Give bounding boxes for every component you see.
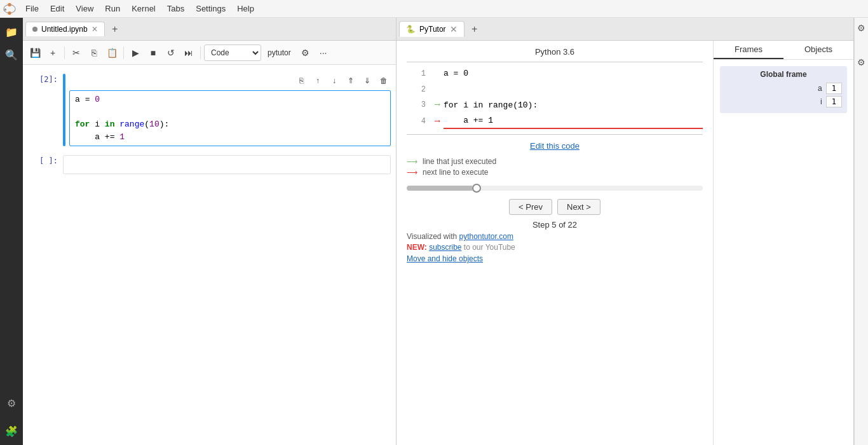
subscribe-link[interactable]: subscribe: [429, 243, 461, 252]
cell-2: [ ]:: [23, 153, 396, 177]
frames-tab[interactable]: Frames: [714, 41, 783, 59]
pytutor-code: 1 a = 0 2 3 ⟶ for i in range(10):: [407, 66, 703, 130]
sidebar-icon-extensions[interactable]: 🧩: [3, 422, 20, 440]
legend-red-arrow: ⟶: [407, 168, 417, 177]
legend-red-text: next line to execute: [423, 168, 488, 177]
menu-kernel[interactable]: Kernel: [126, 3, 161, 15]
pytutor-panel: 🐍 PyTutor ✕ + Python 3.6 1 a = 0: [397, 18, 854, 445]
cell-2-input[interactable]: [63, 155, 391, 174]
cell-to-top-icon[interactable]: ⇑: [344, 74, 358, 88]
right-sidebar: ⚙ ⚙: [854, 18, 868, 445]
tab-dot: [32, 27, 37, 32]
cell-area: [2]: ⎘ ↑ ↓ ⇑ ⇓ 🗑 a = 0 for: [23, 65, 396, 445]
edit-code-link[interactable]: Edit this code: [530, 141, 580, 151]
stop-button[interactable]: ■: [145, 44, 161, 61]
frames-body: Global frame a 1 i 1: [714, 60, 853, 120]
kernel-settings-button[interactable]: ⚙: [297, 44, 314, 61]
legend-green: ⟶ line that just executed: [407, 157, 703, 166]
slider-container: [407, 183, 703, 193]
save-button[interactable]: 💾: [27, 44, 43, 61]
cell-delete-icon[interactable]: 🗑: [377, 74, 391, 88]
line-num-4: 4: [407, 116, 426, 128]
run-button[interactable]: ▶: [127, 44, 144, 61]
toolbar-sep-3: [200, 46, 201, 59]
add-tab-button[interactable]: +: [107, 22, 123, 37]
cell-type-select[interactable]: Code Markdown Raw: [204, 44, 261, 61]
var-a-row: a 1: [725, 83, 842, 94]
restart-run-button[interactable]: ⏭: [180, 44, 197, 61]
step-slider[interactable]: [407, 186, 703, 191]
line-num-3: 3: [407, 99, 426, 111]
menu-run[interactable]: Run: [100, 3, 125, 15]
global-frame: Global frame a 1 i 1: [720, 66, 847, 113]
edit-link-container: Edit this code: [407, 141, 703, 151]
legend-container: ⟶ line that just executed ⟶ next line to…: [407, 157, 703, 177]
pytutor-tab[interactable]: 🐍 PyTutor ✕: [399, 21, 465, 37]
cell-down-icon[interactable]: ↓: [327, 74, 341, 88]
cell-2-prompt: [ ]:: [28, 155, 63, 165]
copy-button[interactable]: ⎘: [86, 44, 102, 61]
sidebar-icon-search[interactable]: 🔍: [3, 46, 20, 64]
add-pytutor-tab-button[interactable]: +: [467, 22, 482, 37]
pytutor-main: Python 3.6 1 a = 0 2 3: [397, 41, 714, 445]
paste-button[interactable]: 📋: [104, 44, 120, 61]
sidebar-icon-folder[interactable]: 📁: [3, 23, 20, 41]
menu-bar: File Edit View Run Kernel Tabs Settings …: [0, 0, 868, 18]
left-sidebar: 📁 🔍 ⚙ 🧩: [0, 18, 23, 445]
cut-button[interactable]: ✂: [68, 44, 85, 61]
add-cell-button[interactable]: +: [44, 44, 61, 61]
menu-view[interactable]: View: [71, 3, 98, 15]
svg-point-2: [4, 8, 7, 11]
more-button[interactable]: ···: [315, 44, 332, 61]
cell-1-code[interactable]: a = 0 for i in range(10): a += 1: [69, 90, 391, 146]
subscribe-suffix: to our YouTube: [464, 243, 515, 252]
hide-objects: Move and hide objects: [407, 254, 703, 263]
frames-panel: Frames Objects Global frame a 1 i 1: [714, 41, 853, 445]
pytutor-logo-icon: 🐍: [406, 25, 416, 34]
notebook-toolbar: 💾 + ✂ ⎘ 📋 ▶ ■ ↺ ⏭ Code Markdown Raw pytu…: [23, 41, 396, 65]
line-code-1: a = 0: [444, 67, 703, 81]
legend-green-arrow: ⟶: [407, 157, 417, 166]
tab-close-icon[interactable]: ✕: [92, 25, 98, 34]
notebook-tab[interactable]: Untitled.ipynb ✕: [25, 22, 105, 36]
legend-green-text: line that just executed: [423, 157, 496, 166]
legend-red: ⟶ next line to execute: [407, 168, 703, 177]
menu-tabs[interactable]: Tabs: [162, 3, 189, 15]
cell-to-bottom-icon[interactable]: ⇓: [360, 74, 374, 88]
pytutor-tab-name: PyTutor: [419, 25, 446, 34]
cell-1-toolbar: ⎘ ↑ ↓ ⇑ ⇓ 🗑 a = 0 for i in range(10): a …: [69, 74, 391, 146]
menu-file[interactable]: File: [20, 3, 44, 15]
var-i-name: i: [820, 97, 822, 106]
prev-button[interactable]: < Prev: [509, 199, 552, 215]
notebook-tab-bar: Untitled.ipynb ✕ +: [23, 18, 396, 41]
hide-objects-link[interactable]: Move and hide objects: [407, 254, 483, 263]
restart-button[interactable]: ↺: [163, 44, 179, 61]
vis-link[interactable]: pythontutor.com: [459, 232, 513, 241]
pytutor-close-icon[interactable]: ✕: [450, 24, 458, 34]
kernel-name-label: pytutor: [262, 48, 296, 57]
code-line-4: 4 ⟶ a += 1: [407, 113, 703, 130]
menu-help[interactable]: Help: [232, 3, 259, 15]
menu-edit[interactable]: Edit: [45, 3, 69, 15]
pytutor-content: Python 3.6 1 a = 0 2 3: [397, 41, 853, 445]
cell-copy-icon[interactable]: ⎘: [294, 74, 308, 88]
objects-tab[interactable]: Objects: [783, 41, 853, 59]
cell-1: [2]: ⎘ ↑ ↓ ⇑ ⇓ 🗑 a = 0 for: [23, 71, 396, 149]
pytutor-tab-bar: 🐍 PyTutor ✕ +: [397, 18, 853, 41]
right-settings-icon[interactable]: ⚙: [857, 23, 865, 33]
sidebar-icon-settings[interactable]: ⚙: [3, 394, 20, 412]
code-line-2: 2: [407, 82, 703, 98]
right-extra-icon[interactable]: ⚙: [857, 57, 865, 67]
line-num-2: 2: [407, 84, 426, 96]
menu-settings[interactable]: Settings: [191, 3, 231, 15]
divider-2: [407, 134, 703, 135]
python-version-title: Python 3.6: [407, 47, 703, 57]
line-code-3: for i in range(10):: [444, 99, 703, 113]
var-i-value: 1: [826, 96, 842, 107]
notebook-area: Untitled.ipynb ✕ + 💾 + ✂ ⎘ 📋 ▶ ■ ↺ ⏭ Cod…: [23, 18, 397, 445]
code-line-1: 1 a = 0: [407, 66, 703, 82]
next-button[interactable]: Next >: [557, 199, 600, 215]
cell-up-icon[interactable]: ↑: [311, 74, 325, 88]
line-arrow-red: ⟶: [431, 116, 444, 128]
line-code-2: [444, 83, 703, 97]
